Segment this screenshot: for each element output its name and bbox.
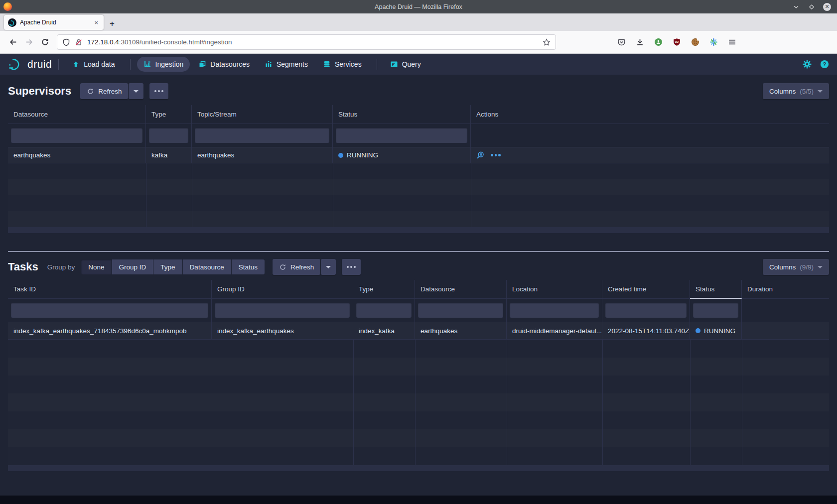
nav-item-datasources[interactable]: Datasources [192,57,256,72]
group-by-group-id-button[interactable]: Group ID [112,259,153,274]
window-close-button[interactable]: ✕ [823,3,831,11]
group-by-none-button[interactable]: None [81,259,111,274]
supervisors-refresh-caret-button[interactable] [129,83,143,99]
ingestion-chart-icon [143,60,151,68]
group-by-status-button[interactable]: Status [232,259,265,274]
nav-item-query[interactable]: Query [384,57,427,72]
pocket-icon[interactable] [614,35,629,50]
nav-item-segments[interactable]: Segments [258,57,314,72]
task-id-filter-input[interactable] [11,303,208,318]
menu-icon[interactable] [724,35,739,50]
druid-logo[interactable]: druid [8,57,52,72]
col-header-duration[interactable]: Duration [742,280,829,299]
col-header-type[interactable]: Type [353,280,415,299]
horizontal-scrollbar[interactable] [8,465,829,471]
filter-cell [471,124,829,147]
window-bottom-edge [0,496,837,504]
supervisor-datasource-cell: earthquakes [8,147,146,163]
tracking-shield-icon[interactable] [62,38,70,46]
tab-close-icon[interactable]: × [93,19,100,26]
nav-item-label: Segments [277,60,308,68]
status-filter-input[interactable] [336,128,467,143]
col-header-group-id[interactable]: Group ID [212,280,353,299]
bookmark-star-icon[interactable] [543,38,551,46]
spark-extension-icon[interactable] [706,35,721,50]
tasks-more-button[interactable] [342,259,361,275]
col-header-status[interactable]: Status [333,105,471,124]
svg-text:?: ? [823,61,827,67]
col-header-location[interactable]: Location [507,280,602,299]
col-header-actions[interactable]: Actions [471,105,829,124]
datasource-filter-input[interactable] [11,128,142,143]
section-divider[interactable] [8,251,829,252]
task-created-time-cell: 2022-08-15T14:11:03.740Z [602,322,690,340]
table-row-empty [8,411,829,429]
type-filter-input[interactable] [356,303,412,318]
col-header-topic-stream[interactable]: Topic/Stream [192,105,333,124]
chevron-down-icon [818,90,823,93]
topic-filter-input[interactable] [195,128,329,143]
new-tab-button[interactable]: + [104,19,121,31]
nav-item-load-data[interactable]: Load data [65,57,121,72]
col-header-created-time[interactable]: Created time [602,280,690,299]
col-header-datasource[interactable]: Datasource [415,280,507,299]
tab-title: Apache Druid [20,19,93,26]
nav-item-label: Ingestion [155,60,184,68]
url-host: 172.18.0.4 [87,38,119,46]
filter-cell [8,299,212,322]
created-time-filter-input[interactable] [605,303,687,318]
group-by-datasource-button[interactable]: Datasource [183,259,231,274]
more-icon [347,266,356,268]
col-header-status-sorted[interactable]: Status [690,280,742,299]
forward-button[interactable] [21,35,37,50]
window-minimize-button[interactable] [792,3,800,10]
status-filter-input[interactable] [693,303,738,318]
col-header-datasource[interactable]: Datasource [8,105,146,124]
nav-item-services[interactable]: Services [316,57,368,72]
back-button[interactable] [5,35,21,50]
horizontal-scrollbar[interactable] [8,227,829,233]
supervisors-more-button[interactable] [149,83,168,99]
load-data-arrow-icon [72,60,80,68]
browser-tab[interactable]: Apache Druid × [4,15,104,30]
task-id-cell: index_kafka_earthquakes_7184357396d6c0a_… [8,322,212,340]
status-label: RUNNING [704,327,735,335]
supervisors-refresh-button[interactable]: Refresh [80,83,128,99]
col-header-type[interactable]: Type [146,105,192,124]
nav-item-label: Datasources [210,60,250,68]
task-type-cell: index_kafka [353,322,415,340]
col-header-task-id[interactable]: Task ID [8,280,212,299]
nav-item-label: Query [402,60,421,68]
filter-cell [353,299,415,322]
tasks-columns-button[interactable]: Columns (9/9) [763,259,829,275]
nav-item-ingestion[interactable]: Ingestion [137,57,190,72]
ublock-origin-icon[interactable]: uO [669,35,684,50]
tasks-refresh-caret-button[interactable] [321,259,336,275]
group-by-type-button[interactable]: Type [153,259,182,274]
tasks-refresh-button[interactable]: Refresh [273,259,320,275]
type-filter-input[interactable] [149,128,188,143]
cookie-extension-icon[interactable] [688,35,702,50]
url-bar[interactable]: 172.18.0.4:30109/unified-console.html#in… [57,34,556,50]
supervisors-columns-button[interactable]: Columns (5/5) [763,83,829,99]
row-more-actions-icon[interactable] [491,154,501,156]
task-duration-cell [742,322,829,340]
reload-button[interactable] [37,35,53,50]
group-id-filter-input[interactable] [215,303,350,318]
location-filter-input[interactable] [510,303,599,318]
datasource-filter-input[interactable] [418,303,503,318]
downloads-icon[interactable] [632,35,647,50]
table-row-empty [8,340,829,358]
status-label: RUNNING [347,151,378,159]
account-extension-icon[interactable] [651,35,666,50]
window-maximize-button[interactable] [808,3,815,10]
lock-disabled-icon[interactable] [75,38,83,46]
help-icon[interactable]: ? [820,60,829,69]
status-running-dot [338,153,343,158]
settings-gear-icon[interactable] [803,60,812,69]
supervisors-table: Datasource Type Topic/Stream Status Acti… [8,105,829,233]
inspect-payload-icon[interactable] [476,151,485,159]
tasks-header: Tasks Group by None Group ID Type Dataso… [8,257,829,277]
url-text[interactable]: 172.18.0.4:30109/unified-console.html#in… [87,38,543,46]
supervisor-status-cell: RUNNING [333,147,471,163]
